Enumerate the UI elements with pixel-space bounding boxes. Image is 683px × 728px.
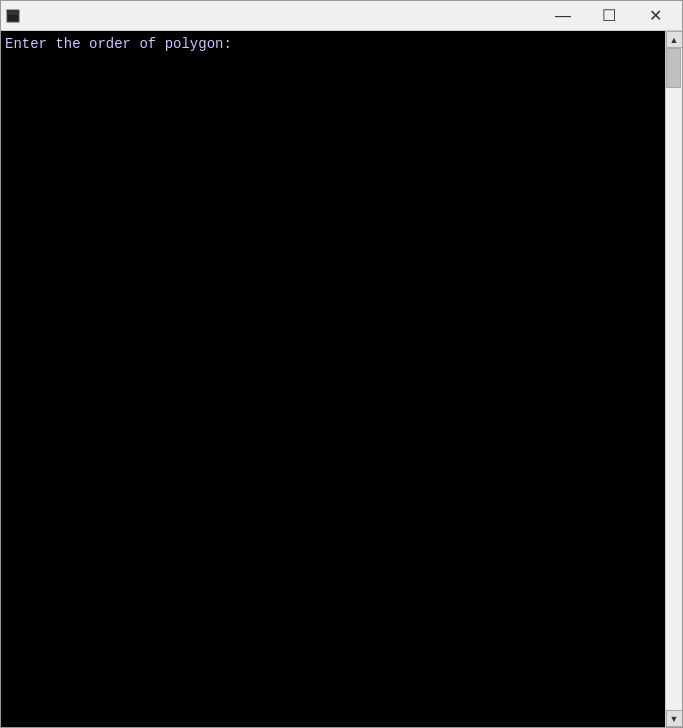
scroll-up-arrow[interactable]: ▲ [666, 31, 683, 48]
maximize-button[interactable]: ☐ [586, 1, 632, 31]
console-area: Enter the order of polygon: ▲ ▼ [1, 31, 682, 727]
close-button[interactable]: ✕ [632, 1, 678, 31]
scrollbar[interactable]: ▲ ▼ [665, 31, 682, 727]
app-icon [5, 8, 21, 24]
minimize-button[interactable]: — [540, 1, 586, 31]
console-output: Enter the order of polygon: [1, 31, 665, 727]
scrollbar-track[interactable] [666, 48, 682, 710]
title-bar: — ☐ ✕ [1, 1, 682, 31]
title-bar-controls: — ☐ ✕ [540, 1, 678, 31]
title-bar-left [5, 8, 21, 24]
svg-rect-1 [7, 10, 19, 14]
main-window: — ☐ ✕ Enter the order of polygon: ▲ ▼ [0, 0, 683, 728]
scrollbar-thumb[interactable] [666, 48, 681, 88]
scroll-down-arrow[interactable]: ▼ [666, 710, 683, 727]
